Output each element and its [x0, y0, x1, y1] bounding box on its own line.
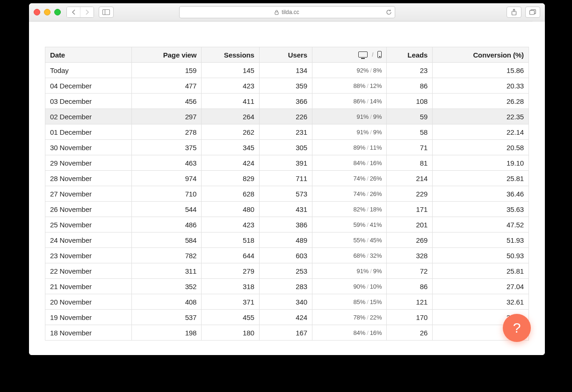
address-url: tilda.cc	[282, 9, 299, 15]
cell-conversion: 50.93	[433, 248, 529, 263]
cell-device-split: 91%/9%	[312, 124, 386, 140]
col-header-conversion[interactable]: Conversion (%)	[433, 47, 529, 63]
col-header-date[interactable]: Date	[45, 47, 132, 63]
mobile-percent: 11%	[370, 144, 382, 151]
table-row[interactable]: 22 November31127925391%/9%7225.81	[45, 263, 529, 279]
col-header-pageview[interactable]: Page view	[132, 47, 202, 63]
desktop-percent: 74%	[353, 190, 365, 197]
help-button[interactable]: ?	[503, 314, 531, 342]
cell-conversion: 22.14	[433, 124, 529, 140]
table-row[interactable]: 18 November19818016784%/16%2614.44	[45, 325, 529, 341]
cell-conversion: 15.86	[433, 63, 529, 78]
table-row[interactable]: 23 November78264460368%/32%32850.93	[45, 248, 529, 263]
maximize-window-button[interactable]	[54, 9, 61, 15]
cell-date: 28 November	[45, 171, 132, 186]
table-row[interactable]: 25 November48642338659%/41%20147.52	[45, 217, 529, 232]
mobile-percent: 22%	[370, 314, 382, 321]
table-row[interactable]: Today15914513492%/8%2315.86	[45, 63, 529, 78]
table-row[interactable]: 28 November97482971174%/26%21425.81	[45, 171, 529, 186]
cell-sessions: 264	[202, 109, 259, 124]
cell-users: 167	[259, 325, 312, 341]
table-row[interactable]: 27 November71062857374%/26%22936.46	[45, 186, 529, 202]
page-content: Date Page view Sessions Users / Leads	[29, 22, 545, 355]
slash-icon: /	[367, 314, 369, 321]
cell-pageview: 278	[132, 124, 202, 140]
close-window-button[interactable]	[34, 9, 40, 15]
address-bar[interactable]: tilda.cc	[179, 6, 395, 18]
share-button[interactable]	[507, 7, 521, 18]
table-header-row: Date Page view Sessions Users / Leads	[45, 47, 529, 63]
cell-pageview: 375	[132, 140, 202, 155]
tabs-overview-button[interactable]	[525, 7, 540, 18]
cell-leads: 121	[387, 294, 433, 310]
cell-leads: 170	[387, 310, 433, 325]
desktop-icon	[358, 51, 368, 58]
svg-rect-2	[275, 12, 278, 15]
desktop-percent: 92%	[357, 67, 369, 74]
col-header-leads[interactable]: Leads	[387, 47, 433, 63]
cell-sessions: 423	[202, 78, 259, 94]
cell-conversion: 35.63	[433, 202, 529, 217]
cell-conversion: 51.93	[433, 232, 529, 248]
desktop-percent: 89%	[353, 144, 365, 151]
table-row[interactable]: 24 November58451848955%/45%26951.93	[45, 232, 529, 248]
cell-users: 340	[259, 294, 312, 310]
cell-sessions: 180	[202, 325, 259, 341]
desktop-percent: 90%	[353, 283, 365, 290]
desktop-percent: 55%	[353, 237, 365, 244]
slash-icon: /	[367, 283, 369, 290]
cell-device-split: 90%/10%	[312, 279, 386, 294]
mobile-percent: 8%	[373, 67, 382, 74]
forward-button[interactable]	[80, 7, 94, 17]
table-row[interactable]: 03 December45641136686%/14%10826.28	[45, 94, 529, 109]
mobile-percent: 15%	[370, 298, 382, 305]
sidebar-toggle-button[interactable]	[99, 7, 114, 18]
desktop-percent: 82%	[353, 206, 365, 213]
cell-device-split: 91%/9%	[312, 109, 386, 124]
mobile-percent: 14%	[370, 98, 382, 105]
table-row[interactable]: 29 November46342439184%/16%8119.10	[45, 155, 529, 171]
table-row[interactable]: 19 November53745542478%/22%17037.36	[45, 310, 529, 325]
cell-conversion: 36.46	[433, 186, 529, 202]
mobile-percent: 26%	[370, 190, 382, 197]
cell-sessions: 279	[202, 263, 259, 279]
cell-users: 711	[259, 171, 312, 186]
cell-users: 231	[259, 124, 312, 140]
cell-users: 366	[259, 94, 312, 109]
table-row[interactable]: 01 December27826223191%/9%5822.14	[45, 124, 529, 140]
cell-sessions: 345	[202, 140, 259, 155]
cell-date: 27 November	[45, 186, 132, 202]
col-header-device[interactable]: /	[312, 47, 386, 63]
col-header-sessions[interactable]: Sessions	[202, 47, 259, 63]
back-button[interactable]	[67, 7, 80, 17]
table-row[interactable]: 20 November40837134085%/15%12132.61	[45, 294, 529, 310]
desktop-percent: 86%	[353, 98, 365, 105]
reload-button[interactable]	[386, 9, 392, 15]
table-row[interactable]: 30 November37534530589%/11%7120.58	[45, 140, 529, 155]
table-row[interactable]: 04 December47742335988%/12%8620.33	[45, 78, 529, 94]
table-row[interactable]: 26 November54448043182%/18%17135.63	[45, 202, 529, 217]
col-header-users[interactable]: Users	[259, 47, 312, 63]
browser-titlebar: tilda.cc	[29, 3, 545, 22]
cell-conversion: 47.52	[433, 217, 529, 232]
question-icon: ?	[513, 320, 521, 336]
mobile-icon	[377, 51, 382, 58]
cell-leads: 86	[387, 279, 433, 294]
cell-users: 391	[259, 155, 312, 171]
cell-leads: 72	[387, 263, 433, 279]
slash-icon: /	[367, 206, 369, 213]
minimize-window-button[interactable]	[44, 9, 51, 15]
cell-device-split: 55%/45%	[312, 232, 386, 248]
desktop-percent: 78%	[353, 314, 365, 321]
desktop-percent: 85%	[353, 298, 365, 305]
table-row[interactable]: 21 November35231828390%/10%8627.04	[45, 279, 529, 294]
cell-date: 20 November	[45, 294, 132, 310]
cell-leads: 81	[387, 155, 433, 171]
cell-sessions: 480	[202, 202, 259, 217]
cell-pageview: 352	[132, 279, 202, 294]
cell-device-split: 74%/26%	[312, 186, 386, 202]
cell-users: 305	[259, 140, 312, 155]
cell-pageview: 486	[132, 217, 202, 232]
table-row[interactable]: 02 December29726422691%/9%5922.35	[45, 109, 529, 124]
mobile-percent: 12%	[370, 82, 382, 89]
